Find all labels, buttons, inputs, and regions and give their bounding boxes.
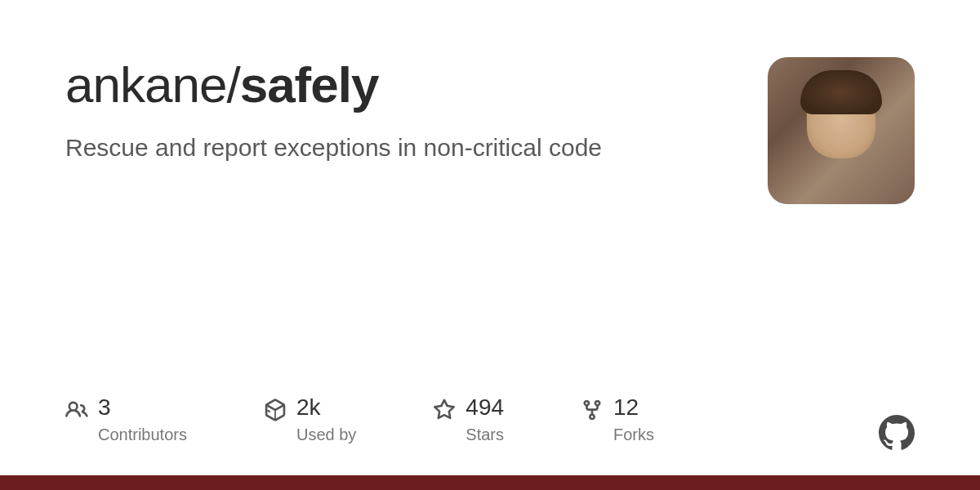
package-icon <box>264 399 287 421</box>
stat-value: 2k <box>296 396 356 419</box>
people-icon <box>65 399 88 421</box>
stat-used-by[interactable]: 2k Used by <box>264 396 356 444</box>
stat-label: Contributors <box>98 425 187 444</box>
stat-stars[interactable]: 494 Stars <box>433 396 504 444</box>
fork-icon <box>581 399 604 421</box>
stat-text: 12 Forks <box>613 396 654 444</box>
stat-value: 3 <box>98 396 187 419</box>
repo-description: Rescue and report exceptions in non-crit… <box>65 134 768 162</box>
stats-row: 3 Contributors 2k Used by 494 Stars <box>65 396 915 444</box>
repo-name[interactable]: safely <box>240 56 379 113</box>
repo-owner[interactable]: ankane <box>65 56 226 113</box>
slash: / <box>226 56 239 113</box>
github-logo-icon[interactable] <box>879 415 915 451</box>
title-section: ankane/safely Rescue and report exceptio… <box>65 57 768 162</box>
stat-text: 494 Stars <box>466 396 504 444</box>
accent-bar <box>0 475 980 490</box>
stat-label: Forks <box>613 425 654 444</box>
stat-forks[interactable]: 12 Forks <box>581 396 654 444</box>
repo-card: ankane/safely Rescue and report exceptio… <box>0 0 980 490</box>
stat-text: 2k Used by <box>296 396 356 444</box>
stat-value: 12 <box>613 396 654 419</box>
stat-text: 3 Contributors <box>98 396 187 444</box>
stat-contributors[interactable]: 3 Contributors <box>65 396 187 444</box>
star-icon <box>433 399 456 421</box>
avatar[interactable] <box>768 57 915 204</box>
header-row: ankane/safely Rescue and report exceptio… <box>65 57 915 204</box>
repo-title: ankane/safely <box>65 57 768 113</box>
stat-value: 494 <box>466 396 504 419</box>
stat-label: Stars <box>466 425 504 444</box>
stat-label: Used by <box>296 425 356 444</box>
